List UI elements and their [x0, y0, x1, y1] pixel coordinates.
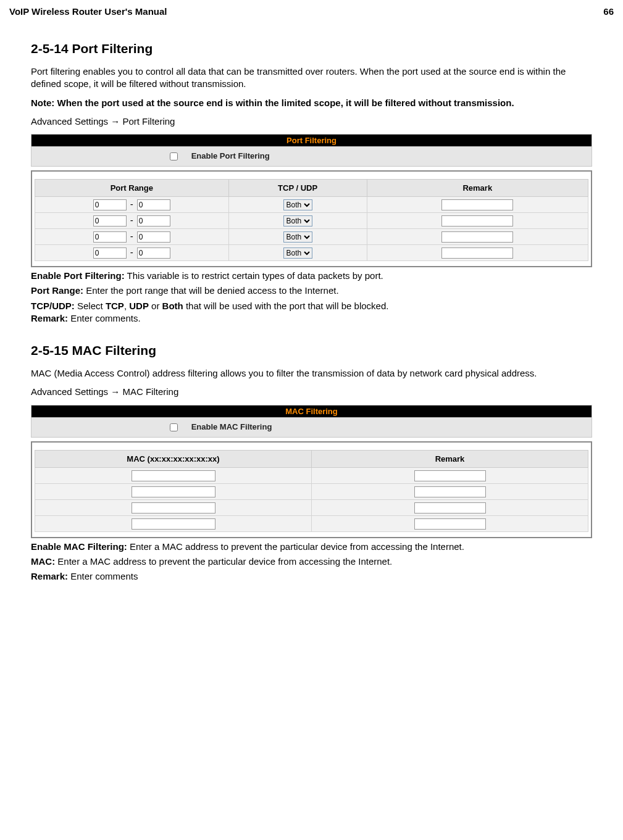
panel-title: Port Filtering	[31, 135, 592, 147]
def-enable-mac-filtering: Enable MAC Filtering: Enter a MAC addres…	[31, 541, 592, 553]
col-remark: Remark	[367, 180, 588, 197]
mac-input[interactable]	[132, 502, 215, 514]
remark-input[interactable]	[441, 215, 513, 227]
def-port-range: Port Range: Enter the port range that wi…	[31, 285, 592, 297]
port-from-input[interactable]	[93, 199, 127, 210]
table-row	[35, 467, 588, 483]
col-proto: TCP / UDP	[228, 180, 367, 197]
port-to-input[interactable]	[137, 199, 170, 210]
table-row: - Both	[35, 213, 588, 229]
remark-input[interactable]	[414, 518, 486, 530]
proto-select[interactable]: Both	[283, 247, 312, 259]
table-row: - Both	[35, 245, 588, 261]
page-number: 66	[603, 6, 614, 17]
doc-title: VoIP Wireless Router User's Manual	[9, 6, 167, 17]
proto-select[interactable]: Both	[283, 231, 312, 243]
enable-row: Enable MAC Filtering	[31, 417, 592, 437]
enable-row: Enable Port Filtering	[31, 147, 592, 167]
mac-input[interactable]	[132, 470, 215, 481]
table-row	[35, 499, 588, 515]
port-filtering-grid-panel: Port Range TCP / UDP Remark - Both - Bot…	[31, 170, 592, 267]
col-mac: MAC (xx:xx:xx:xx:xx:xx)	[35, 450, 312, 467]
port-filtering-header-panel: Port Filtering Enable Port Filtering	[31, 134, 592, 167]
mac-filtering-intro: MAC (Media Access Control) address filte…	[31, 367, 592, 380]
port-to-input[interactable]	[137, 231, 170, 243]
def-enable-port-filtering: Enable Port Filtering: This variable is …	[31, 270, 592, 282]
mac-input[interactable]	[132, 486, 215, 497]
def-mac: MAC: Enter a MAC address to prevent the …	[31, 555, 592, 568]
mac-input[interactable]	[132, 518, 215, 530]
port-filtering-table: Port Range TCP / UDP Remark - Both - Bot…	[35, 179, 588, 261]
port-from-input[interactable]	[93, 247, 127, 259]
port-from-input[interactable]	[93, 215, 127, 227]
panel-title: MAC Filtering	[31, 405, 592, 417]
def-tcp-udp: TCP/UDP: Select TCP, UDP or Both that wi…	[31, 300, 592, 325]
remark-input[interactable]	[441, 247, 513, 259]
remark-input[interactable]	[414, 502, 486, 514]
port-filtering-note: Note: When the port used at the source e…	[31, 97, 592, 109]
mac-filtering-grid-panel: MAC (xx:xx:xx:xx:xx:xx) Remark	[31, 441, 592, 538]
remark-input[interactable]	[414, 486, 486, 497]
section-heading-port-filtering: 2-5-14 Port Filtering	[31, 41, 592, 56]
enable-mac-filtering-checkbox[interactable]	[170, 423, 178, 431]
mac-filtering-header-panel: MAC Filtering Enable MAC Filtering	[31, 405, 592, 438]
port-filtering-intro: Port filtering enables you to control al…	[31, 65, 592, 91]
table-row: - Both	[35, 197, 588, 213]
remark-input[interactable]	[441, 199, 513, 210]
table-row: - Both	[35, 229, 588, 245]
table-row	[35, 515, 588, 531]
port-to-input[interactable]	[137, 215, 170, 227]
proto-select[interactable]: Both	[283, 199, 312, 210]
enable-port-filtering-checkbox[interactable]	[170, 152, 178, 160]
remark-input[interactable]	[441, 231, 513, 243]
enable-port-filtering-label: Enable Port Filtering	[191, 151, 270, 160]
col-remark: Remark	[312, 450, 588, 467]
proto-select[interactable]: Both	[283, 215, 312, 227]
remark-input[interactable]	[414, 470, 486, 481]
enable-mac-filtering-label: Enable MAC Filtering	[191, 422, 272, 431]
breadcrumb-mac-filtering: Advanced Settings → MAC Filtering	[31, 386, 592, 398]
section-heading-mac-filtering: 2-5-15 MAC Filtering	[31, 343, 592, 358]
col-port-range: Port Range	[35, 180, 229, 197]
port-to-input[interactable]	[137, 247, 170, 259]
port-from-input[interactable]	[93, 231, 127, 243]
mac-filtering-table: MAC (xx:xx:xx:xx:xx:xx) Remark	[35, 450, 588, 532]
table-row	[35, 483, 588, 499]
def-remark-mac: Remark: Enter comments	[31, 570, 592, 583]
breadcrumb-port-filtering: Advanced Settings → Port Filtering	[31, 115, 592, 128]
